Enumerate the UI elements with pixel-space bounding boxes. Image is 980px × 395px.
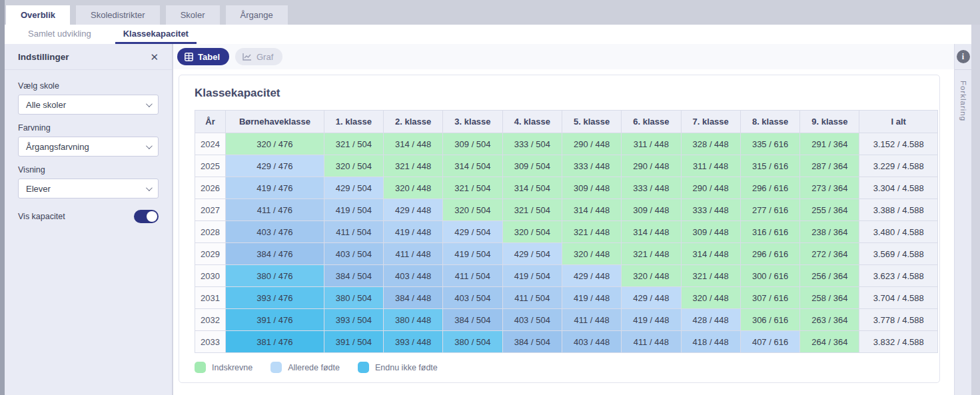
year-cell: 2032 <box>195 309 226 331</box>
tab-skoler[interactable]: Skoler <box>166 5 220 25</box>
table-header-row: ÅrBørnehaveklasse1. klasse2. klasse3. kl… <box>195 111 938 133</box>
total-cell: 3.778 / 4.588 <box>859 309 938 331</box>
right-rail: i Forklaring <box>954 44 971 395</box>
capacity-cell: 333 / 448 <box>681 199 740 221</box>
capacity-cell: 384 / 504 <box>502 331 562 353</box>
capacity-cell: 335 / 616 <box>740 133 799 155</box>
sidebar-title: Indstillinger <box>18 52 69 62</box>
legend-label: Allerede fødte <box>288 363 340 372</box>
capacity-table: ÅrBørnehaveklasse1. klasse2. klasse3. kl… <box>195 110 938 353</box>
capacity-cell: 403 / 504 <box>324 243 383 265</box>
capacity-cell: 429 / 448 <box>562 265 621 287</box>
capacity-cell: 255 / 364 <box>800 199 859 221</box>
legend-swatch-icon <box>195 362 206 373</box>
year-cell: 2027 <box>195 199 226 221</box>
capacity-cell: 290 / 448 <box>622 155 681 177</box>
explanation-tab[interactable]: Forklaring <box>955 69 971 121</box>
tab-aargange[interactable]: Årgange <box>226 5 288 25</box>
capacity-cell: 384 / 476 <box>226 243 324 265</box>
legend-item: Indskrevne <box>195 362 252 373</box>
legend-swatch-icon <box>270 362 282 373</box>
capacity-cell: 411 / 504 <box>443 265 502 287</box>
capacity-cell: 321 / 504 <box>324 133 383 155</box>
capacity-cell: 380 / 448 <box>383 309 442 331</box>
capacity-cell: 411 / 504 <box>502 287 562 309</box>
capacity-cell: 380 / 476 <box>226 265 324 287</box>
capacity-cell: 411 / 448 <box>562 309 621 331</box>
capacity-toggle[interactable] <box>134 210 159 223</box>
capacity-cell: 407 / 616 <box>740 331 799 353</box>
school-select-label: Vælg skole <box>18 81 159 91</box>
table-row: 2029384 / 476403 / 504411 / 448419 / 504… <box>195 243 938 265</box>
capacity-cell: 429 / 504 <box>502 243 562 265</box>
sub-tab-bar: Samlet udvikling Klassekapacitet <box>5 25 971 44</box>
table-view-button[interactable]: Tabel <box>177 48 229 65</box>
capacity-cell: 419 / 448 <box>383 221 442 243</box>
legend-label: Indskrevne <box>212 363 252 372</box>
capacity-cell: 316 / 616 <box>740 221 799 243</box>
capacity-toggle-label: Vis kapacitet <box>18 212 65 221</box>
info-icon[interactable]: i <box>957 50 970 63</box>
capacity-cell: 328 / 448 <box>681 133 740 155</box>
table-row: 2033381 / 476391 / 504393 / 448380 / 504… <box>195 331 938 353</box>
line-chart-icon <box>243 53 252 61</box>
capacity-cell: 429 / 476 <box>226 155 324 177</box>
capacity-cell: 428 / 448 <box>681 309 740 331</box>
view-select[interactable]: Elever <box>18 179 159 198</box>
year-cell: 2028 <box>195 221 226 243</box>
chevron-down-icon <box>146 185 153 191</box>
capacity-cell: 264 / 364 <box>800 331 859 353</box>
year-cell: 2031 <box>195 287 226 309</box>
capacity-cell: 320 / 504 <box>443 199 502 221</box>
capacity-cell: 291 / 364 <box>800 133 859 155</box>
table-row: 2027411 / 476419 / 504429 / 448320 / 504… <box>195 199 938 221</box>
coloring-select[interactable]: Årgangsfarvning <box>18 137 159 157</box>
capacity-cell: 380 / 504 <box>443 331 502 353</box>
capacity-cell: 320 / 476 <box>226 133 324 155</box>
capacity-cell: 309 / 504 <box>502 155 562 177</box>
subtab-klassekapacitet[interactable]: Klassekapacitet <box>115 25 197 44</box>
main-tab-bar: Overblik Skoledistrikter Skoler Årgange <box>5 0 980 25</box>
total-cell: 3.704 / 4.588 <box>859 287 938 309</box>
capacity-cell: 403 / 476 <box>226 221 324 243</box>
tab-skoledistrikter[interactable]: Skoledistrikter <box>76 5 160 25</box>
graph-view-button[interactable]: Graf <box>235 48 282 65</box>
school-select[interactable]: Alle skoler <box>18 95 159 115</box>
capacity-cell: 287 / 364 <box>800 155 859 177</box>
capacity-cell: 263 / 364 <box>800 309 859 331</box>
total-cell: 3.304 / 4.588 <box>859 177 938 199</box>
capacity-cell: 314 / 504 <box>502 177 562 199</box>
capacity-cell: 273 / 364 <box>800 177 859 199</box>
capacity-cell: 306 / 616 <box>740 309 799 331</box>
capacity-cell: 429 / 504 <box>324 177 383 199</box>
capacity-cell: 258 / 364 <box>800 287 859 309</box>
capacity-cell: 320 / 448 <box>622 265 681 287</box>
column-header: 3. klasse <box>443 111 502 133</box>
legend: IndskrevneAllerede fødteEndnu ikke fødte <box>195 362 924 373</box>
capacity-cell: 403 / 448 <box>562 331 621 353</box>
capacity-cell: 333 / 448 <box>622 177 681 199</box>
capacity-cell: 384 / 504 <box>443 309 502 331</box>
capacity-cell: 391 / 504 <box>324 331 383 353</box>
capacity-cell: 321 / 504 <box>502 199 562 221</box>
tab-overblik[interactable]: Overblik <box>6 5 70 25</box>
total-cell: 3.388 / 4.588 <box>859 199 938 221</box>
capacity-cell: 321 / 448 <box>622 243 681 265</box>
close-icon[interactable]: ✕ <box>150 52 159 62</box>
column-header: 4. klasse <box>502 111 562 133</box>
year-cell: 2026 <box>195 177 226 199</box>
capacity-cell: 411 / 448 <box>622 331 681 353</box>
capacity-cell: 238 / 364 <box>800 221 859 243</box>
total-cell: 3.623 / 4.588 <box>859 265 938 287</box>
table-row: 2032391 / 476393 / 504380 / 448384 / 504… <box>195 309 938 331</box>
capacity-cell: 307 / 616 <box>740 287 799 309</box>
capacity-cell: 320 / 504 <box>502 221 562 243</box>
year-cell: 2029 <box>195 243 226 265</box>
capacity-cell: 429 / 448 <box>383 199 442 221</box>
capacity-cell: 403 / 448 <box>383 265 442 287</box>
capacity-cell: 296 / 616 <box>740 243 799 265</box>
capacity-cell: 314 / 504 <box>443 155 502 177</box>
capacity-cell: 320 / 448 <box>383 177 442 199</box>
capacity-cell: 314 / 448 <box>383 133 442 155</box>
subtab-samlet-udvikling[interactable]: Samlet udvikling <box>20 25 99 44</box>
